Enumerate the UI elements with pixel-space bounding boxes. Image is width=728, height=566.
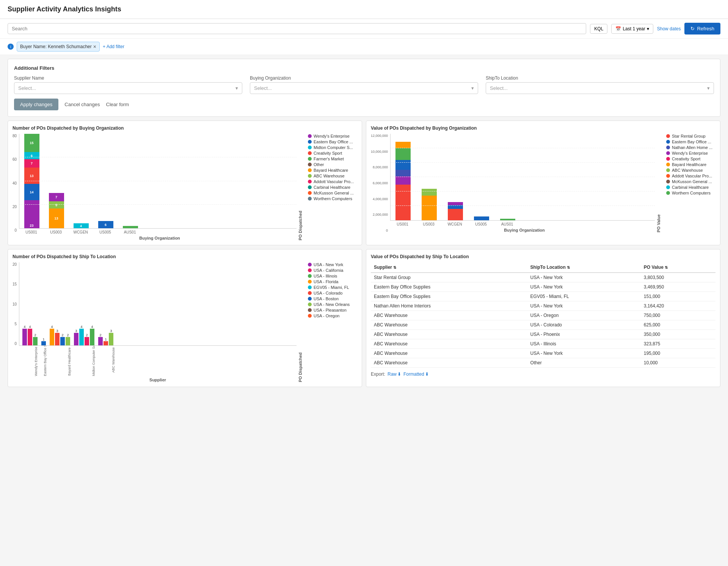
- legend-item: Addott Vascular Pro...: [308, 179, 357, 184]
- y-axis-label: 15: [13, 282, 17, 286]
- chart-legend: USA - New York USA - California USA - Il…: [308, 262, 357, 382]
- value-table: Supplier ⇅ ShipTo Location ⇅ PO Value ⇅ …: [371, 262, 715, 368]
- table-row: Eastern Bay Office Supplies EGV05 - Miam…: [371, 292, 715, 301]
- chevron-down-icon: ▾: [235, 85, 238, 91]
- cell-ship-to: USA - New York: [527, 301, 641, 311]
- raw-export-link[interactable]: Raw ⬇: [388, 372, 401, 377]
- date-range-label: Last 1 year: [623, 26, 645, 31]
- table-row: Eastern Bay Office Supplies USA - New Yo…: [371, 282, 715, 292]
- bar-us005: [473, 216, 490, 220]
- clear-form-button[interactable]: Clear form: [106, 102, 129, 107]
- legend-item: Worthern Computers: [666, 191, 715, 195]
- bar-aus01: [122, 226, 139, 228]
- supplier-name-filter: Supplier Name Select... ▾: [14, 75, 242, 94]
- bar-aus01: [499, 219, 516, 220]
- legend-item: Bayard Healthcare: [666, 162, 715, 167]
- x-label: AUS01: [121, 230, 138, 234]
- table-row: ABC Warehouse USA - Illinois 323,875: [371, 339, 715, 349]
- legend-item: USA - Boston: [308, 296, 357, 301]
- cell-supplier: ABC Warehouse: [371, 311, 527, 320]
- legend-item: McKusson General ...: [666, 179, 715, 184]
- po-dispatched-by-org-chart: Number of POs Dispatched by Buying Organ…: [8, 121, 362, 245]
- col-ship-to[interactable]: ShipTo Location ⇅: [527, 262, 641, 273]
- x-label: US003: [420, 222, 437, 226]
- legend-item: Carbinal Healthcare: [308, 185, 357, 190]
- x-label: WCGEN: [72, 230, 89, 234]
- col-po-value[interactable]: PO Value ⇅: [641, 262, 715, 273]
- cell-po-value: 10,000: [641, 358, 715, 368]
- cell-ship-to: Other: [527, 358, 641, 368]
- search-input[interactable]: [8, 23, 586, 34]
- cell-ship-to: USA - New York: [527, 273, 641, 282]
- chart-title: Value of POs Dispatched by Buying Organi…: [371, 125, 715, 131]
- sort-icon: ⇅: [393, 265, 396, 270]
- legend-item: Star Rental Group: [666, 134, 715, 138]
- supplier-name-label: Supplier Name: [14, 75, 242, 81]
- legend-item: Midton Computer S...: [308, 145, 357, 150]
- legend-item: Worthern Computers: [308, 196, 357, 201]
- y-axis-label: 2,000,000: [373, 213, 388, 216]
- y-axis-label: 0: [15, 228, 17, 232]
- bar-group-abc: 2 1 3: [98, 329, 113, 345]
- cell-supplier: Eastern Bay Office Supplies: [371, 292, 527, 301]
- y-axis-label: 6,000,000: [373, 181, 388, 185]
- cell-po-value: 151,000: [641, 292, 715, 301]
- cell-supplier: ABC Warehouse: [371, 339, 527, 349]
- legend-item: Addott Vascular Pro...: [666, 174, 715, 178]
- legend-item: Wendy's Enterprise: [666, 151, 715, 155]
- legend-item: USA - Pleasanton: [308, 308, 357, 312]
- cell-supplier: Eastern Bay Office Supplies: [371, 282, 527, 292]
- x-axis-title: Buying Organization: [390, 228, 655, 232]
- x-label: WCGEN: [446, 222, 463, 226]
- export-label: Export:: [371, 372, 385, 377]
- bar-group-eastern: 1: [41, 337, 46, 345]
- cancel-changes-button[interactable]: Cancel changes: [64, 102, 100, 107]
- chart-title: Number of POs Dispatched by Buying Organ…: [13, 125, 357, 131]
- bar-wcgen: [447, 202, 464, 220]
- sort-icon: ⇅: [665, 265, 668, 270]
- cell-ship-to: USA - Oregon: [527, 311, 641, 320]
- kql-button[interactable]: KQL: [590, 24, 607, 34]
- cell-po-value: 3,803,500: [641, 273, 715, 282]
- y-axis-label: 40: [13, 181, 17, 185]
- active-filter-tag[interactable]: Buyer Name: Kenneth Schumacher ×: [17, 42, 100, 52]
- table-row: Star Rental Group USA - New York 3,803,5…: [371, 273, 715, 282]
- cell-po-value: 3,164,420: [641, 301, 715, 311]
- table-row: ABC Warehouse USA - New York 195,000: [371, 349, 715, 358]
- bar-group-bayard: 4 3 2 2: [50, 325, 70, 345]
- y-axis-label: 0: [15, 342, 17, 346]
- x-label: US005: [472, 222, 490, 226]
- formatted-export-link[interactable]: Formatted ⬇: [403, 372, 429, 377]
- y-axis-title: PO Value: [656, 134, 661, 232]
- supplier-name-select[interactable]: Select... ▾: [14, 82, 242, 94]
- table-row: ABC Warehouse Other 10,000: [371, 358, 715, 368]
- y-axis-title: PO Dispatched: [298, 262, 303, 382]
- table-row: ABC Warehouse USA - Oregon 750,000: [371, 311, 715, 320]
- refresh-icon: ↻: [690, 26, 695, 31]
- legend-item: Farmer's Market: [308, 157, 357, 161]
- legend-item: Creativity Sport: [308, 151, 357, 155]
- cell-po-value: 323,875: [641, 339, 715, 349]
- y-axis-label: 80: [13, 134, 17, 138]
- date-range-button[interactable]: 📅 Last 1 year ▾: [611, 24, 653, 34]
- col-supplier[interactable]: Supplier ⇅: [371, 262, 527, 273]
- ship-to-select[interactable]: Select... ▾: [486, 82, 714, 94]
- legend-item: Eastern Bay Office ...: [666, 140, 715, 144]
- legend-item: Bayard Healthcare: [308, 168, 357, 172]
- charts-grid: Number of POs Dispatched by Buying Organ…: [0, 121, 728, 391]
- apply-changes-button[interactable]: Apply changes: [14, 99, 58, 110]
- cell-supplier: ABC Warehouse: [371, 358, 527, 368]
- legend-item: Other: [308, 162, 357, 167]
- cell-po-value: 195,000: [641, 349, 715, 358]
- show-dates-button[interactable]: Show dates: [657, 26, 681, 31]
- filter-tag-text: Buyer Name: Kenneth Schumacher: [20, 44, 92, 49]
- refresh-button[interactable]: ↻ Refresh: [684, 23, 720, 34]
- x-label: US001: [23, 230, 40, 234]
- table-row: ABC Warehouse USA - Colorado 625,000: [371, 320, 715, 330]
- buying-org-select[interactable]: Select... ▾: [250, 82, 478, 94]
- legend-item: Nathan Allen Home ...: [666, 145, 715, 150]
- cell-ship-to: USA - Phoenix: [527, 330, 641, 339]
- add-filter-button[interactable]: + Add filter: [103, 44, 124, 49]
- filter-tag-close-icon[interactable]: ×: [93, 44, 96, 50]
- chart-title: Value of POs Dispatched by Ship To Locat…: [371, 254, 715, 259]
